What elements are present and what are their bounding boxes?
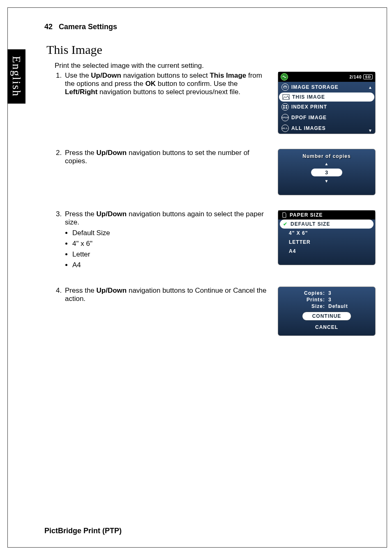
svg-rect-0 <box>284 86 287 88</box>
scroll-down-icon[interactable]: ▼ <box>368 128 373 133</box>
step-3-number: 3. <box>56 210 65 272</box>
paper-a4[interactable]: A4 <box>278 247 375 256</box>
size-label: Size: <box>289 303 327 309</box>
paper-item-label: DEFAULT SIZE <box>291 221 330 227</box>
paper-4x6[interactable]: 4" X 6" <box>278 229 375 238</box>
menu-item-label: ALL IMAGES <box>291 125 326 131</box>
scroll-up-icon[interactable]: ▲ <box>368 85 373 90</box>
text: Use the <box>65 72 91 79</box>
strong-updown: Up/Down <box>97 210 127 218</box>
paper-size-bullets: Default Size 4" x 6" Letter A4 <box>67 229 272 269</box>
paper-letter[interactable]: LETTER <box>278 238 375 247</box>
prints-value: 3 <box>327 297 364 303</box>
strong-ok: OK <box>145 80 156 88</box>
copies-value: 3 <box>327 290 364 296</box>
svg-rect-1 <box>284 86 286 86</box>
bullet-letter: Letter <box>72 250 272 259</box>
copies-label: Copies: <box>289 290 327 296</box>
svg-rect-4 <box>286 105 287 106</box>
text: Press the <box>65 210 97 218</box>
content-area: 42 Camera Settings This Image Print the … <box>44 23 376 351</box>
text: navigation buttons to select <box>121 72 210 79</box>
menu-item-label: INDEX PRINT <box>291 104 327 110</box>
lcd-step-3: PAPER SIZE ✔ DEFAULT SIZE 4" X 6" LETTER… <box>278 210 376 265</box>
cancel-button[interactable]: CANCEL <box>302 323 351 331</box>
printer-icon <box>281 83 289 91</box>
step-1-text: Use the Up/Down navigation buttons to se… <box>65 72 272 96</box>
text: button to confirm. Use the <box>156 80 238 88</box>
lcd3-header: PAPER SIZE <box>290 212 323 218</box>
row-copies: Copies: 3 <box>289 290 364 296</box>
grid-icon <box>281 103 289 111</box>
paper-default-size[interactable]: ✔ DEFAULT SIZE <box>280 220 374 229</box>
text: Press the <box>65 149 97 157</box>
svg-rect-5 <box>283 107 285 109</box>
step-4: 4. Press the Up/Down navigation buttons … <box>56 287 376 336</box>
page-number: 42 <box>44 23 53 31</box>
menu-index-print[interactable]: INDEX PRINT <box>278 102 375 112</box>
menu-dpof-image[interactable]: DPOF DPOF IMAGE <box>278 112 375 123</box>
menu-image-storage[interactable]: IMAGE STORAGE ▲ <box>278 82 375 92</box>
image-icon <box>282 94 290 100</box>
menu-item-label: THIS IMAGE <box>292 94 325 100</box>
menu-this-image[interactable]: THIS IMAGE <box>279 92 374 102</box>
lcd-step-1: 2/140 SD IMAGE STORAGE ▲ T <box>278 72 376 134</box>
svg-rect-3 <box>283 105 285 106</box>
lcd1-counter: 2/140 <box>349 75 362 79</box>
step-3: 3. Press the Up/Down navigation buttons … <box>56 210 376 272</box>
pictbridge-icon <box>281 73 288 81</box>
step-1-number: 1. <box>56 72 65 96</box>
bullet-a4: A4 <box>72 261 272 269</box>
lcd3-header-row: PAPER SIZE <box>278 210 375 220</box>
menu-all-images[interactable]: ALL ALL IMAGES ▼ <box>278 123 375 134</box>
copies-value: 3 <box>311 169 342 176</box>
check-icon: ✔ <box>283 221 288 227</box>
chapter-title: Camera Settings <box>59 23 117 31</box>
menu-item-label: IMAGE STORAGE <box>291 84 339 90</box>
lcd-step-2: Number of copies ▲ 3 ▼ <box>278 149 376 195</box>
size-value: Default <box>327 303 364 309</box>
up-arrow-icon[interactable]: ▲ <box>278 162 375 166</box>
step-1: 1. Use the Up/Down navigation buttons to… <box>56 72 376 134</box>
copies-stepper[interactable]: ▲ 3 ▼ <box>278 162 375 187</box>
continue-button[interactable]: CONTINUE <box>302 312 351 321</box>
row-prints: Prints: 3 <box>289 297 364 303</box>
strong-updown: Up/Down <box>91 72 121 79</box>
strong-updown: Up/Down <box>97 287 127 294</box>
step-2-text: Press the Up/Down navigation buttons to … <box>65 149 272 165</box>
paper-item-label: 4" X 6" <box>289 230 308 236</box>
bullet-4x6: 4" x 6" <box>72 240 272 248</box>
lcd-step-4: Copies: 3 Prints: 3 Size: Default CONTIN… <box>278 287 376 336</box>
paper-item-label: A4 <box>289 248 296 254</box>
bullet-default-size: Default Size <box>72 229 272 237</box>
lcd1-topbar: 2/140 SD <box>278 72 375 82</box>
paper-icon <box>281 212 287 218</box>
sd-icon: SD <box>363 74 373 79</box>
text: navigation buttons to select previous/ne… <box>97 88 240 96</box>
page-header: 42 Camera Settings <box>44 23 376 31</box>
language-tab: English <box>7 49 25 104</box>
row-size: Size: Default <box>289 303 364 309</box>
all-icon: ALL <box>281 125 289 132</box>
strong-updown: Up/Down <box>97 149 127 157</box>
down-arrow-icon[interactable]: ▼ <box>278 179 375 183</box>
step-4-text: Press the Up/Down navigation buttons to … <box>65 287 272 303</box>
text: Press the <box>65 287 97 294</box>
strong-leftright: Left/Right <box>65 88 97 96</box>
section-intro: Print the selected image with the curren… <box>55 62 376 70</box>
svg-rect-6 <box>286 107 287 109</box>
section-title: This Image <box>46 43 376 57</box>
paper-item-label: LETTER <box>289 239 311 245</box>
strong-thisimage: This Image <box>210 72 246 79</box>
prints-label: Prints: <box>289 297 327 303</box>
footer-section-title: PictBridge Print (PTP) <box>44 527 122 535</box>
menu-item-label: DPOF IMAGE <box>291 115 327 120</box>
step-3-text: Press the Up/Down navigation buttons aga… <box>65 210 272 272</box>
step-2-number: 2. <box>56 149 65 165</box>
dpof-icon: DPOF <box>281 114 289 121</box>
step-2: 2. Press the Up/Down navigation buttons … <box>56 149 376 195</box>
step-4-number: 4. <box>56 287 65 303</box>
lcd2-header: Number of copies <box>278 149 375 162</box>
